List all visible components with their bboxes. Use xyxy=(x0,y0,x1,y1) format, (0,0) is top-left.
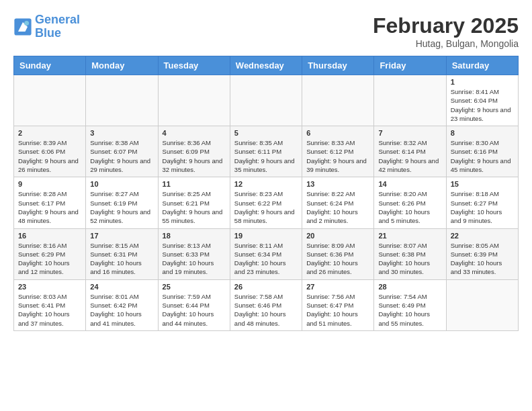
logo-text: General Blue xyxy=(35,13,80,40)
day-info: Sunrise: 8:33 AM Sunset: 6:12 PM Dayligh… xyxy=(306,138,369,174)
calendar-cell: 2Sunrise: 8:39 AM Sunset: 6:06 PM Daylig… xyxy=(14,126,86,177)
day-number: 9 xyxy=(18,180,81,188)
day-number: 18 xyxy=(163,232,226,240)
calendar-week-row: 16Sunrise: 8:16 AM Sunset: 6:29 PM Dayli… xyxy=(14,228,519,279)
calendar-subtitle: Hutag, Bulgan, Mongolia xyxy=(373,38,519,49)
weekday-header: Wednesday xyxy=(230,56,302,75)
day-info: Sunrise: 8:20 AM Sunset: 6:26 PM Dayligh… xyxy=(378,189,441,225)
calendar-cell: 10Sunrise: 8:27 AM Sunset: 6:19 PM Dayli… xyxy=(86,177,158,228)
day-number: 10 xyxy=(90,180,153,188)
day-info: Sunrise: 8:11 AM Sunset: 6:34 PM Dayligh… xyxy=(234,241,298,277)
day-number: 6 xyxy=(306,129,369,137)
weekday-header: Sunday xyxy=(14,56,86,75)
calendar-cell xyxy=(158,75,230,126)
calendar-title: February 2025 xyxy=(373,13,519,38)
calendar-cell: 26Sunrise: 7:58 AM Sunset: 6:46 PM Dayli… xyxy=(230,279,302,330)
day-info: Sunrise: 8:38 AM Sunset: 6:07 PM Dayligh… xyxy=(90,138,153,174)
calendar-cell: 12Sunrise: 8:23 AM Sunset: 6:22 PM Dayli… xyxy=(230,177,302,228)
day-number: 1 xyxy=(451,78,514,86)
calendar-header-row: SundayMondayTuesdayWednesdayThursdayFrid… xyxy=(14,56,519,75)
day-number: 28 xyxy=(378,283,441,291)
day-info: Sunrise: 8:01 AM Sunset: 6:42 PM Dayligh… xyxy=(90,292,153,328)
calendar-cell: 22Sunrise: 8:05 AM Sunset: 6:39 PM Dayli… xyxy=(446,228,518,279)
day-info: Sunrise: 8:36 AM Sunset: 6:09 PM Dayligh… xyxy=(163,138,226,174)
day-number: 12 xyxy=(234,180,298,188)
calendar-cell: 17Sunrise: 8:15 AM Sunset: 6:31 PM Dayli… xyxy=(86,228,158,279)
calendar-cell xyxy=(230,75,302,126)
day-number: 8 xyxy=(451,129,514,137)
calendar-cell: 14Sunrise: 8:20 AM Sunset: 6:26 PM Dayli… xyxy=(374,177,446,228)
day-number: 5 xyxy=(234,129,298,137)
calendar-cell: 20Sunrise: 8:09 AM Sunset: 6:36 PM Dayli… xyxy=(302,228,374,279)
calendar-week-row: 1Sunrise: 8:41 AM Sunset: 6:04 PM Daylig… xyxy=(14,75,519,126)
day-number: 13 xyxy=(306,180,369,188)
day-number: 7 xyxy=(378,129,441,137)
logo: General Blue xyxy=(13,13,80,40)
calendar-cell: 18Sunrise: 8:13 AM Sunset: 6:33 PM Dayli… xyxy=(158,228,230,279)
day-number: 15 xyxy=(451,180,514,188)
day-info: Sunrise: 7:56 AM Sunset: 6:47 PM Dayligh… xyxy=(306,292,369,328)
page-header: General Blue February 2025 Hutag, Bulgan… xyxy=(13,13,519,49)
day-info: Sunrise: 8:23 AM Sunset: 6:22 PM Dayligh… xyxy=(234,189,298,225)
calendar-cell: 13Sunrise: 8:22 AM Sunset: 6:24 PM Dayli… xyxy=(302,177,374,228)
day-info: Sunrise: 8:35 AM Sunset: 6:11 PM Dayligh… xyxy=(234,138,298,174)
weekday-header: Monday xyxy=(86,56,158,75)
calendar-cell xyxy=(374,75,446,126)
calendar-cell: 11Sunrise: 8:25 AM Sunset: 6:21 PM Dayli… xyxy=(158,177,230,228)
day-info: Sunrise: 8:05 AM Sunset: 6:39 PM Dayligh… xyxy=(451,241,514,277)
calendar-cell: 4Sunrise: 8:36 AM Sunset: 6:09 PM Daylig… xyxy=(158,126,230,177)
day-info: Sunrise: 7:54 AM Sunset: 6:49 PM Dayligh… xyxy=(378,292,441,328)
day-info: Sunrise: 8:09 AM Sunset: 6:36 PM Dayligh… xyxy=(306,241,369,277)
day-info: Sunrise: 8:22 AM Sunset: 6:24 PM Dayligh… xyxy=(306,189,369,225)
calendar-cell: 1Sunrise: 8:41 AM Sunset: 6:04 PM Daylig… xyxy=(446,75,518,126)
logo-icon xyxy=(13,17,32,36)
day-number: 25 xyxy=(163,283,226,291)
day-number: 3 xyxy=(90,129,153,137)
day-number: 17 xyxy=(90,232,153,240)
calendar-week-row: 9Sunrise: 8:28 AM Sunset: 6:17 PM Daylig… xyxy=(14,177,519,228)
calendar-cell: 27Sunrise: 7:56 AM Sunset: 6:47 PM Dayli… xyxy=(302,279,374,330)
day-number: 16 xyxy=(18,232,81,240)
day-info: Sunrise: 8:16 AM Sunset: 6:29 PM Dayligh… xyxy=(18,241,81,277)
day-info: Sunrise: 8:28 AM Sunset: 6:17 PM Dayligh… xyxy=(18,189,81,225)
weekday-header: Saturday xyxy=(446,56,518,75)
calendar-cell xyxy=(302,75,374,126)
day-info: Sunrise: 8:03 AM Sunset: 6:41 PM Dayligh… xyxy=(18,292,81,328)
calendar-cell: 3Sunrise: 8:38 AM Sunset: 6:07 PM Daylig… xyxy=(86,126,158,177)
calendar-cell: 25Sunrise: 7:59 AM Sunset: 6:44 PM Dayli… xyxy=(158,279,230,330)
calendar-cell: 28Sunrise: 7:54 AM Sunset: 6:49 PM Dayli… xyxy=(374,279,446,330)
weekday-header: Tuesday xyxy=(158,56,230,75)
day-info: Sunrise: 8:07 AM Sunset: 6:38 PM Dayligh… xyxy=(378,241,441,277)
day-number: 19 xyxy=(234,232,298,240)
day-number: 2 xyxy=(18,129,81,137)
calendar-cell: 6Sunrise: 8:33 AM Sunset: 6:12 PM Daylig… xyxy=(302,126,374,177)
logo-line1: General xyxy=(35,13,80,26)
day-info: Sunrise: 8:18 AM Sunset: 6:27 PM Dayligh… xyxy=(451,189,514,225)
calendar-cell: 9Sunrise: 8:28 AM Sunset: 6:17 PM Daylig… xyxy=(14,177,86,228)
day-number: 4 xyxy=(163,129,226,137)
weekday-header: Thursday xyxy=(302,56,374,75)
day-number: 14 xyxy=(378,180,441,188)
day-info: Sunrise: 8:15 AM Sunset: 6:31 PM Dayligh… xyxy=(90,241,153,277)
day-number: 23 xyxy=(18,283,81,291)
calendar-cell: 24Sunrise: 8:01 AM Sunset: 6:42 PM Dayli… xyxy=(86,279,158,330)
calendar-cell xyxy=(446,279,518,330)
title-section: February 2025 Hutag, Bulgan, Mongolia xyxy=(373,13,519,49)
day-number: 26 xyxy=(234,283,298,291)
calendar-cell: 5Sunrise: 8:35 AM Sunset: 6:11 PM Daylig… xyxy=(230,126,302,177)
day-info: Sunrise: 8:41 AM Sunset: 6:04 PM Dayligh… xyxy=(451,87,514,123)
calendar-cell: 16Sunrise: 8:16 AM Sunset: 6:29 PM Dayli… xyxy=(14,228,86,279)
calendar-cell: 15Sunrise: 8:18 AM Sunset: 6:27 PM Dayli… xyxy=(446,177,518,228)
day-info: Sunrise: 8:39 AM Sunset: 6:06 PM Dayligh… xyxy=(18,138,81,174)
calendar-cell: 21Sunrise: 8:07 AM Sunset: 6:38 PM Dayli… xyxy=(374,228,446,279)
day-info: Sunrise: 8:13 AM Sunset: 6:33 PM Dayligh… xyxy=(163,241,226,277)
day-info: Sunrise: 8:27 AM Sunset: 6:19 PM Dayligh… xyxy=(90,189,153,225)
calendar-cell xyxy=(14,75,86,126)
calendar-cell: 8Sunrise: 8:30 AM Sunset: 6:16 PM Daylig… xyxy=(446,126,518,177)
weekday-header: Friday xyxy=(374,56,446,75)
calendar-cell xyxy=(86,75,158,126)
day-number: 20 xyxy=(306,232,369,240)
calendar-week-row: 23Sunrise: 8:03 AM Sunset: 6:41 PM Dayli… xyxy=(14,279,519,330)
day-info: Sunrise: 7:58 AM Sunset: 6:46 PM Dayligh… xyxy=(234,292,298,328)
day-number: 21 xyxy=(378,232,441,240)
